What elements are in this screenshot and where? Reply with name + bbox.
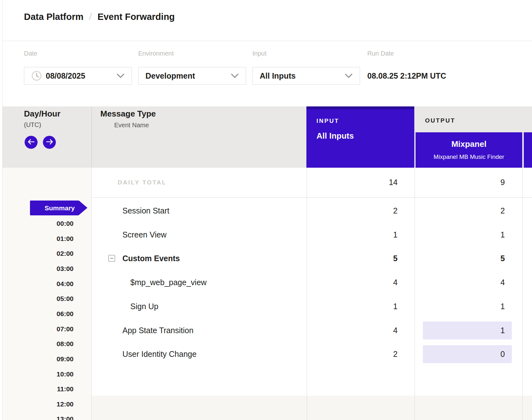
- band-column-divider: [92, 106, 92, 168]
- environment-value: Development: [145, 71, 195, 81]
- input-selected-value: All Inputs: [316, 131, 354, 141]
- hour-label[interactable]: 10:00: [3, 370, 92, 378]
- input-column-left-border: [307, 168, 307, 420]
- input-section-label: INPUT: [316, 117, 339, 125]
- hour-label[interactable]: 01:00: [3, 235, 92, 243]
- output-count-cell: 0: [416, 350, 505, 358]
- input-column-header-accent: [306, 106, 414, 109]
- hour-label[interactable]: 12:00: [3, 400, 92, 408]
- output-count-cell: 4: [416, 278, 505, 287]
- output-count-cell: 1: [416, 302, 505, 311]
- output-count-cell: 5: [416, 254, 505, 263]
- date-value: 08/08/2025: [46, 71, 85, 81]
- header-divider: [3, 41, 532, 41]
- event-forwarding-page: Data Platform / Event Forwarding Date 08…: [0, 0, 532, 420]
- input-count-cell: 1: [307, 302, 398, 311]
- input-dropdown[interactable]: All Inputs: [252, 67, 360, 85]
- next-day-button[interactable]: [43, 136, 56, 149]
- breadcrumb: Data Platform / Event Forwarding: [24, 11, 175, 22]
- chevron-down-icon: [345, 73, 353, 78]
- arrow-right-icon: [46, 139, 53, 146]
- date-dropdown[interactable]: 08/08/2025: [24, 67, 132, 85]
- arrow-left-icon: [28, 139, 35, 146]
- message-row-label: Session Start: [122, 206, 169, 215]
- output-connection-header-mixpanel[interactable]: Mixpanel Mixpanel MB Music Finder: [416, 132, 522, 168]
- environment-filter-label: Environment: [138, 50, 174, 57]
- breadcrumb-separator: /: [89, 11, 92, 22]
- input-count-cell: 2: [307, 206, 398, 215]
- input-count-cell: 4: [307, 326, 398, 335]
- message-type-header: Message Type: [100, 109, 156, 118]
- hour-label[interactable]: 07:00: [3, 325, 92, 333]
- run-date-value: 08.08.25 2:12PM UTC: [367, 71, 446, 80]
- input-count-cell: 5: [307, 254, 398, 263]
- message-row-label: $mp_web_page_view: [130, 278, 207, 287]
- output-column-right-border: [522, 168, 523, 420]
- message-row-label: Screen View: [122, 230, 167, 239]
- summary-row-flag[interactable]: Summary: [30, 201, 79, 215]
- output-connection-subtitle: Mixpanel MB Music Finder: [434, 153, 504, 161]
- hour-label[interactable]: 02:00: [3, 250, 92, 257]
- output-section-label: OUTPUT: [425, 117, 455, 125]
- message-row-label: User Identity Change: [122, 349, 197, 359]
- event-name-subheader: Event Name: [114, 121, 149, 129]
- daily-total-bottom-border: [92, 197, 532, 198]
- table-footer-area: [92, 396, 532, 420]
- input-count-cell: 1: [307, 230, 398, 239]
- output-connection-header-next-clipped[interactable]: [524, 132, 532, 168]
- chevron-down-icon: [116, 73, 125, 78]
- output-count-cell: 1: [416, 230, 505, 239]
- run-date-label: Run Date: [367, 50, 394, 57]
- hour-label[interactable]: 04:00: [3, 280, 92, 288]
- day-hour-header: Day/Hour: [24, 109, 61, 118]
- date-filter-label: Date: [24, 50, 37, 57]
- day-hour-timezone: (UTC): [24, 121, 41, 129]
- input-filter-label: Input: [252, 50, 266, 57]
- hour-label[interactable]: 00:00: [3, 220, 92, 227]
- minus-box-icon[interactable]: [108, 255, 115, 262]
- input-value: All Inputs: [260, 71, 296, 81]
- daily-total-label: DAILY TOTAL: [118, 179, 167, 186]
- environment-dropdown[interactable]: Development: [138, 67, 246, 85]
- input-count-cell: 2: [307, 350, 398, 358]
- hour-label[interactable]: 09:00: [3, 355, 92, 363]
- clock-icon: [31, 70, 42, 81]
- page-title: Event Forwarding: [98, 12, 175, 22]
- hour-label[interactable]: 13:00: [3, 415, 92, 420]
- input-column-right-border: [415, 168, 415, 420]
- hour-label[interactable]: 08:00: [3, 340, 92, 348]
- daily-total-input-value: 14: [307, 178, 398, 187]
- hour-label[interactable]: 05:00: [3, 295, 92, 303]
- hour-label[interactable]: 03:00: [3, 265, 92, 273]
- previous-day-button[interactable]: [25, 136, 38, 149]
- output-count-cell: 1: [416, 326, 505, 335]
- breadcrumb-section[interactable]: Data Platform: [24, 12, 84, 22]
- output-count-cell: 2: [416, 206, 505, 215]
- hour-label[interactable]: 11:00: [3, 385, 92, 393]
- chevron-down-icon: [231, 73, 239, 78]
- daily-total-output-value: 9: [416, 178, 505, 187]
- hour-label[interactable]: 06:00: [3, 310, 92, 318]
- message-row-label: App State Transition: [122, 326, 193, 335]
- output-connection-name: Mixpanel: [451, 139, 486, 149]
- message-row-label: Sign Up: [130, 302, 158, 311]
- message-row-label: Custom Events: [122, 254, 180, 263]
- input-count-cell: 4: [307, 278, 398, 287]
